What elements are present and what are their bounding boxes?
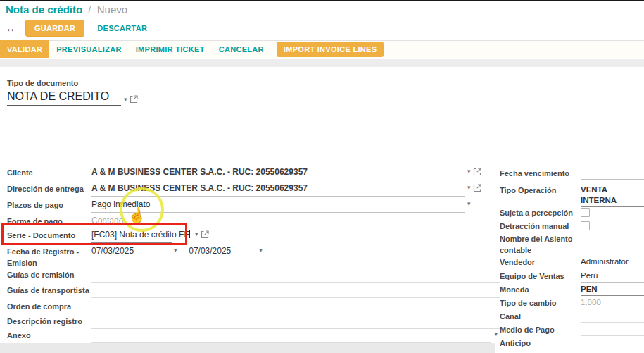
external-link-icon[interactable] [473, 184, 481, 192]
field-row-detraccion-manual: Detracción manual [500, 221, 644, 233]
moneda-input[interactable]: PEN [581, 284, 644, 296]
anticipo-input[interactable] [581, 337, 644, 349]
orden-compra-input[interactable] [91, 301, 500, 314]
field-row-tipo-operacion: Tipo Operación VENTA INTERNA [500, 185, 644, 207]
field-row-guias-remision: Guías de remisión [7, 270, 500, 285]
chevron-down-icon[interactable]: ▾ [195, 230, 198, 237]
field-row-anexo: Anexo ▾ [7, 330, 500, 345]
cancel-button[interactable]: CANCELAR [212, 45, 271, 54]
chevron-down-icon[interactable]: ▾ [259, 247, 263, 254]
save-button[interactable]: GUARDAR [25, 20, 84, 37]
date-range-separator: - [181, 247, 184, 255]
canal-input[interactable] [581, 311, 644, 323]
field-row-plazos-pago: Plazos de pago Pago inmediato ▾ [7, 200, 500, 216]
import-invoice-lines-button[interactable]: IMPORT INVOICE LINES [277, 42, 384, 57]
anexo-input[interactable] [91, 330, 491, 343]
chevron-down-icon[interactable]: ▾ [467, 168, 471, 175]
tipo-operacion-input[interactable]: VENTA INTERNA [581, 185, 644, 207]
field-row-nombre-asiento: Nombre del Asiento contable [500, 233, 644, 256]
field-row-guias-transportista: Guías de transportista [7, 285, 500, 302]
breadcrumb-current: Nuevo [97, 4, 127, 16]
field-row-fecha-registro: Fecha de Registro - Emision 07/03/2025 ▾… [7, 247, 500, 270]
left-field-column: Cliente A & M BUSINESS CENTER S.A.C. - R… [7, 168, 500, 345]
document-type-label: Tipo de documento [7, 79, 78, 87]
breadcrumb: Nota de crédito / Nuevo [6, 4, 127, 16]
field-row-serie-documento: Serie - Documento [FC03] Nota de crédito… [7, 230, 500, 247]
field-row-anticipo: Anticipo [500, 337, 644, 351]
fecha-emision-input[interactable]: 07/03/2025 [189, 246, 256, 259]
detraccion-manual-checkbox[interactable] [581, 221, 590, 230]
resize-arrow-icon[interactable]: ↔ [6, 23, 15, 34]
text-caret [189, 230, 190, 238]
breadcrumb-separator: / [85, 4, 94, 16]
equipo-ventas-input[interactable]: Perú [581, 271, 644, 283]
discard-button[interactable]: DESCARTAR [94, 20, 150, 36]
field-row-direccion-entrega: Dirección de entrega A & M BUSINESS CENT… [7, 184, 500, 200]
chevron-down-icon[interactable]: ▾ [174, 247, 177, 254]
sujeta-percepcion-checkbox[interactable] [581, 208, 590, 217]
guias-transportista-input[interactable] [91, 285, 500, 298]
field-row-fecha-vencimiento: Fecha vencimiento [500, 168, 644, 185]
direccion-entrega-input[interactable]: A & M BUSINESS CENTER S.A.C. - RUC: 2055… [91, 183, 465, 197]
field-row-cliente: Cliente A & M BUSINESS CENTER S.A.C. - R… [7, 168, 500, 184]
guias-remision-input[interactable] [91, 269, 500, 283]
form-toolbar: ↔ GUARDAR DESCARTAR [6, 20, 150, 37]
page-gap [0, 59, 644, 67]
field-row-equipo-ventas: Equipo de Ventas Perú [500, 271, 644, 284]
document-type-value[interactable]: NOTA DE CREDITO [7, 90, 121, 106]
preview-button[interactable]: PREVISUALIZAR [49, 45, 129, 54]
field-row-sujeta-percepcion: Sujeta a percepción [500, 207, 644, 221]
field-row-tipo-cambio: Tipo de cambio 1.000 [500, 297, 644, 311]
chevron-down-icon[interactable]: ▾ [467, 200, 471, 207]
medio-pago-input[interactable] [581, 324, 644, 336]
plazos-pago-input[interactable]: Pago inmediato [91, 199, 465, 213]
external-link-icon[interactable] [130, 95, 138, 104]
chevron-down-icon[interactable]: ▾ [124, 96, 127, 103]
field-row-descripcion-registro: Descripción registro [7, 316, 500, 330]
validate-button[interactable]: VALIDAR [0, 40, 49, 58]
field-row-medio-pago: Medio de Pago [500, 324, 644, 337]
statusbar: VALIDAR PREVISUALIZAR IMPRIMIR TICKET CA… [0, 40, 644, 58]
field-row-orden-compra: Orden de compra [7, 302, 500, 316]
field-row-canal: Canal [500, 311, 644, 324]
field-row-forma-pago: Forma de pago Contado [7, 216, 500, 230]
descripcion-registro-input[interactable] [91, 316, 500, 329]
window-top-edge [0, 0, 644, 1]
right-field-column: Fecha vencimiento Tipo Operación VENTA I… [500, 168, 644, 353]
field-row-moneda: Moneda PEN [500, 284, 644, 297]
print-ticket-button[interactable]: IMPRIMIR TICKET [129, 45, 212, 54]
tipo-cambio-value: 1.000 [581, 297, 644, 309]
bottom-page-background [0, 343, 495, 353]
fecha-vencimiento-input[interactable] [581, 168, 644, 180]
cliente-input[interactable]: A & M BUSINESS CENTER S.A.C. - RUC: 2055… [91, 167, 465, 180]
document-type-field[interactable]: NOTA DE CREDITO ▾ [7, 90, 138, 106]
serie-documento-input[interactable]: [FC03] Nota de crédito FE [91, 230, 172, 243]
forma-pago-value: Contado [91, 216, 465, 228]
chevron-down-icon[interactable]: ▾ [494, 330, 498, 337]
external-link-icon[interactable] [201, 230, 209, 239]
fecha-registro-input[interactable]: 07/03/2025 [91, 246, 171, 259]
breadcrumb-parent-link[interactable]: Nota de crédito [6, 4, 82, 16]
vendedor-input[interactable]: Administrator [581, 256, 644, 268]
external-link-icon[interactable] [473, 168, 481, 176]
field-row-vendedor: Vendedor Administrator [500, 256, 644, 271]
nombre-asiento-input[interactable] [581, 244, 644, 256]
chevron-down-icon[interactable]: ▾ [467, 184, 471, 191]
